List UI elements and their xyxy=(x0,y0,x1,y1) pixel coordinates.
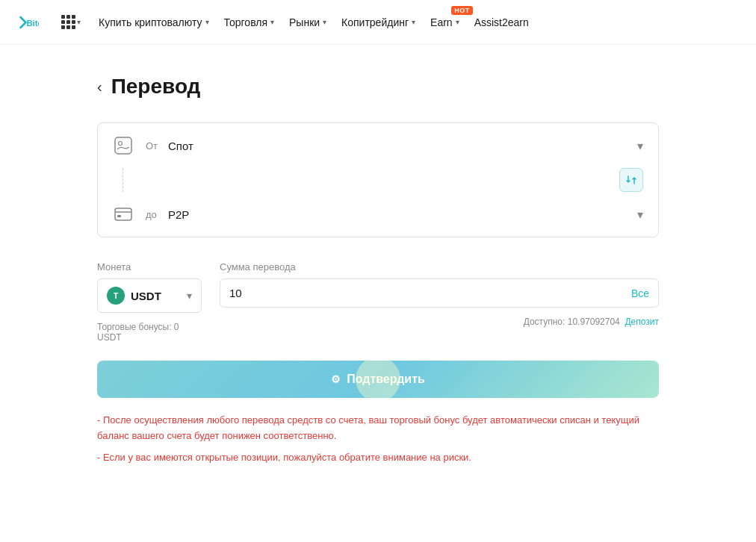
nav-copy-trading[interactable]: Копитрейдинг ▾ xyxy=(334,13,423,31)
earn-wrapper: Earn ▾ HOT xyxy=(423,13,467,31)
coin-label: Монета xyxy=(97,261,202,272)
warning-2: - Если у вас имеются открытые позиции, п… xyxy=(97,450,659,466)
hot-badge: HOT xyxy=(451,6,473,15)
deposit-link[interactable]: Депозит xyxy=(625,317,659,327)
svg-rect-1 xyxy=(115,137,131,154)
coin-value: USDT xyxy=(131,290,181,302)
warning-section: - После осуществления любого перевода ср… xyxy=(97,413,659,465)
direction-box: От Спот ▾ до xyxy=(97,122,659,237)
svg-text:Bitget: Bitget xyxy=(26,19,39,28)
amount-input[interactable]: 10 xyxy=(229,287,631,299)
to-label: до xyxy=(146,209,168,220)
coin-selector[interactable]: T USDT ▾ xyxy=(97,278,202,313)
confirm-settings-icon: ⚙ xyxy=(331,373,341,385)
confirm-button-label: Подтвердить xyxy=(347,373,425,386)
from-value: Спот xyxy=(168,140,637,152)
header: Bitget Bitget ▾ Купить криптовалюту ▾ То… xyxy=(0,0,756,45)
confirm-button[interactable]: ⚙ Подтвердить xyxy=(97,361,659,398)
nav-buy-crypto[interactable]: Купить криптовалюту ▾ xyxy=(91,13,217,31)
vertical-connector xyxy=(123,168,132,192)
page-title: Перевод xyxy=(111,75,201,99)
form-row: Монета T USDT ▾ Торговые бонусы: 0 USDT … xyxy=(97,261,659,343)
from-icon xyxy=(113,135,134,156)
main-content: ‹ Перевод От Спот ▾ xyxy=(79,45,677,495)
nav-trading[interactable]: Торговля ▾ xyxy=(217,13,282,31)
from-row[interactable]: От Спот ▾ xyxy=(98,123,658,168)
logo[interactable]: Bitget Bitget xyxy=(18,12,39,33)
nav-copy-trading-arrow: ▾ xyxy=(412,18,415,26)
back-button[interactable]: ‹ xyxy=(97,78,102,96)
available-text: Доступно: 10.97092704 Депозит xyxy=(220,317,659,327)
to-icon xyxy=(113,204,134,225)
to-row[interactable]: до P2P ▾ xyxy=(98,192,658,237)
page-header: ‹ Перевод xyxy=(97,75,659,99)
grid-menu-arrow: ▾ xyxy=(77,18,81,26)
svg-rect-3 xyxy=(115,208,131,220)
from-chevron-icon[interactable]: ▾ xyxy=(637,139,643,153)
nav-markets[interactable]: Рынки ▾ xyxy=(282,13,334,31)
coin-group: Монета T USDT ▾ Торговые бонусы: 0 USDT xyxy=(97,261,202,343)
grid-icon xyxy=(61,15,75,29)
from-label: От xyxy=(146,140,168,152)
nav-earn[interactable]: Earn ▾ xyxy=(423,13,467,31)
all-button[interactable]: Все xyxy=(631,287,649,299)
bonus-text: Торговые бонусы: 0 USDT xyxy=(97,322,202,343)
grid-menu-button[interactable]: ▾ xyxy=(57,12,85,32)
form-section: Монета T USDT ▾ Торговые бонусы: 0 USDT … xyxy=(97,261,659,343)
to-value: P2P xyxy=(168,208,637,221)
main-nav: Купить криптовалюту ▾ Торговля ▾ Рынки ▾… xyxy=(91,13,536,31)
warning-1: - После осуществления любого перевода ср… xyxy=(97,413,659,444)
usdt-icon: T xyxy=(107,287,125,305)
nav-markets-arrow: ▾ xyxy=(323,18,326,26)
svg-rect-4 xyxy=(117,215,121,217)
divider-row xyxy=(98,168,658,192)
coin-chevron-icon: ▾ xyxy=(187,290,192,302)
nav-earn-arrow: ▾ xyxy=(456,18,459,26)
nav-assist2earn[interactable]: Assist2earn xyxy=(467,13,536,31)
amount-input-wrap: 10 Все xyxy=(220,278,659,308)
available-prefix: Доступно: xyxy=(524,317,568,327)
svg-point-2 xyxy=(119,142,123,146)
amount-label: Сумма перевода xyxy=(220,261,659,272)
to-chevron-icon[interactable]: ▾ xyxy=(637,208,643,222)
swap-direction-button[interactable] xyxy=(619,168,643,192)
nav-buy-crypto-arrow: ▾ xyxy=(205,18,209,26)
amount-group: Сумма перевода 10 Все Доступно: 10.97092… xyxy=(220,261,659,327)
available-value: 10.97092704 xyxy=(568,317,620,327)
nav-trading-arrow: ▾ xyxy=(270,18,274,26)
